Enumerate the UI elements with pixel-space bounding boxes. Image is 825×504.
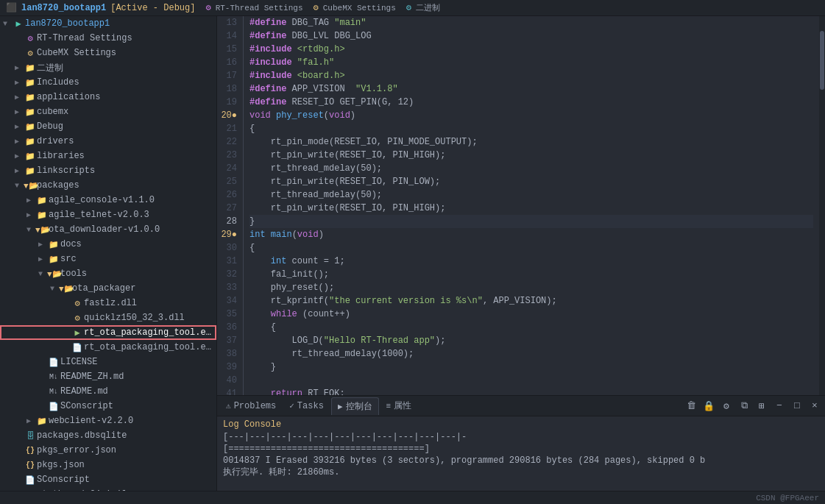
code-line-19: #define RESET_IO GET_PIN(G, 12)	[249, 96, 813, 109]
clear-icon[interactable]: 🗑	[684, 399, 698, 414]
panel-tab-tasks[interactable]: ✓Tasks	[283, 397, 330, 415]
token-pp: #include	[249, 57, 292, 68]
sidebar-item-binary[interactable]: ▶📁二进制	[0, 60, 216, 75]
panel-tab-console[interactable]: ▶控制台	[331, 397, 379, 415]
maximize-icon[interactable]: □	[790, 399, 804, 414]
tree-icon-file: 📄	[24, 475, 37, 485]
sidebar-item-ota-downloader[interactable]: ▼▼📂ota_downloader-v1.0.0	[0, 222, 216, 237]
line-number-34: 34	[220, 294, 237, 308]
sidebar-item-libraries-folder[interactable]: ▶📁libraries	[0, 149, 216, 163]
sidebar-item-pkgs-error-json[interactable]: {}pkgs_error.json	[0, 443, 216, 458]
token-plain: rt_kprintf(	[249, 296, 329, 306]
line-number-19: 19	[220, 96, 237, 109]
line-number-24: 24	[220, 162, 237, 175]
sidebar-item-readme-file[interactable]: M↓README.md	[0, 384, 216, 399]
token-plain: APP_VISION	[286, 84, 355, 94]
line-number-17: 17	[220, 69, 237, 82]
line-number-20: 20●	[220, 109, 237, 122]
binary-label: 二进制	[416, 2, 440, 13]
sidebar-item-packages-db[interactable]: 🗄packages.dbsqlite	[0, 428, 216, 443]
token-fn: phy_reset	[276, 110, 324, 121]
token-plain: }	[249, 216, 255, 227]
code-content[interactable]: #define DBG_TAG "main"#define DBG_LVL DB…	[244, 16, 819, 395]
sidebar-item-debug-folder[interactable]: ▶📁Debug	[0, 119, 216, 134]
sidebar-item-project-root[interactable]: ▼▶lan8720_bootapp1	[0, 16, 216, 31]
tree-icon-folder: 📁	[24, 166, 37, 176]
panel-tab-label-properties: 属性	[394, 400, 411, 412]
sidebar-item-cubemx-folder[interactable]: ▶📁cubemx	[0, 104, 216, 119]
tree-arrow-ota-downloader: ▼	[26, 226, 35, 234]
tree-icon-file: 📄	[47, 358, 60, 367]
lock-icon[interactable]: 🔒	[701, 399, 716, 414]
sidebar-item-license-file[interactable]: 📄LICENSE	[0, 355, 216, 369]
sidebar-item-rt-thread-settings[interactable]: ⚙RT-Thread Settings	[0, 31, 216, 46]
tree-icon-db: 🗄	[24, 431, 37, 441]
panel-tab-problems[interactable]: ⚠Problems	[220, 397, 282, 415]
tree-arrow-libraries-folder: ▶	[15, 152, 24, 160]
copy-icon[interactable]: ⧉	[737, 399, 751, 414]
sidebar-item-pkgs-json[interactable]: {}pkgs.json	[0, 458, 216, 472]
tree-icon-folder: ▼📂	[24, 181, 37, 191]
token-plain: RESET_IO GET_PIN(G, 12)	[286, 97, 414, 107]
tree-arrow-applications: ▶	[15, 93, 24, 102]
token-plain	[249, 388, 271, 395]
cubemx-label: CubeMX Settings	[323, 4, 396, 13]
sidebar-item-linkscripts-folder[interactable]: ▶📁linkscripts	[0, 163, 216, 178]
panel-tab-icon-console: ▶	[338, 402, 343, 411]
sidebar-item-tools-folder[interactable]: ▼▼📂tools	[0, 266, 216, 281]
tree-arrow-docs-folder: ▶	[38, 240, 47, 249]
token-plain: rt_thread_mdelay(50);	[249, 163, 382, 174]
panel-tab-properties[interactable]: ≡属性	[380, 397, 418, 415]
tree-icon-folder: 📁	[24, 78, 37, 88]
tree-arrow-agile-console: ▶	[26, 196, 35, 205]
project-name: lan8720_bootapp1	[21, 3, 106, 13]
filter-icon[interactable]: ⚙	[719, 399, 734, 414]
minimize-icon[interactable]: −	[772, 399, 787, 414]
token-kw: void	[249, 110, 271, 121]
sidebar-item-agile-console[interactable]: ▶📁agile_console-v1.1.0	[0, 193, 216, 207]
token-str: "main"	[334, 18, 366, 28]
code-line-31: int count = 1;	[249, 255, 813, 268]
line-number-22: 22	[220, 135, 237, 149]
sidebar-item-ota-packager-folder[interactable]: ▼▼📂ota_packager	[0, 281, 216, 296]
editor-scrollbar-thumb[interactable]	[820, 31, 824, 90]
editor-scrollbar[interactable]	[819, 16, 825, 395]
sidebar-item-sconscript-root[interactable]: 📄SConscript	[0, 472, 216, 487]
split-icon[interactable]: ⊞	[754, 399, 769, 414]
tree-label-applications: applications	[37, 92, 213, 102]
token-plain: phy_reset();	[249, 283, 334, 293]
sidebar-item-readme-zh-file[interactable]: M↓README_ZH.md	[0, 369, 216, 384]
tree-icon-folder: 📁	[24, 93, 37, 102]
tree-icon-md: M↓	[47, 388, 60, 396]
close-icon[interactable]: ×	[807, 399, 822, 414]
log-line-3: 执行完毕. 耗时: 21860ms.	[223, 466, 819, 478]
line-number-25: 25	[220, 175, 237, 188]
sidebar-item-cubemx-settings[interactable]: ⚙CubeMX Settings	[0, 46, 216, 60]
tree-arrow-linkscripts-folder: ▶	[15, 166, 24, 175]
sidebar-item-webclient-folder[interactable]: ▶📁webclient-v2.2.0	[0, 414, 216, 428]
tree-label-debug-folder: Debug	[37, 121, 213, 132]
panel-actions: 🗑🔒⚙⧉⊞−□×	[684, 399, 822, 414]
sidebar-item-sconscript-ota[interactable]: 📄SConscript	[0, 399, 216, 414]
sidebar-item-rt-ota-tool-exe[interactable]: ▶rt_ota_packaging_tool.exe	[0, 325, 216, 340]
tree-arrow-binary: ▶	[15, 63, 24, 72]
token-pp: #define	[249, 84, 286, 94]
sidebar-item-includes[interactable]: ▶📁Includes	[0, 75, 216, 90]
code-line-23: rt_pin_write(RESET_IO, PIN_HIGH);	[249, 149, 813, 162]
token-kw2: int	[249, 230, 266, 240]
sidebar-item-packages-folder[interactable]: ▼▼📂packages	[0, 178, 216, 193]
log-console[interactable]: Log Console[---|---|---|---|---|---|---|…	[217, 416, 825, 491]
line-number-38: 38	[220, 347, 237, 361]
sidebar-item-src-folder[interactable]: ▶📁src	[0, 252, 216, 266]
token-plain	[292, 71, 297, 81]
sidebar-item-fastlz-dll[interactable]: ⚙fastlz.dll	[0, 296, 216, 310]
sidebar-item-drivers-folder[interactable]: ▶📁drivers	[0, 134, 216, 149]
sidebar-item-applications[interactable]: ▶📁applications	[0, 90, 216, 104]
tree-label-quicklz-dll: quicklz150_32_3.dll	[84, 313, 213, 323]
tree-icon-json: {}	[24, 461, 37, 469]
sidebar-item-agile-telnet[interactable]: ▶📁agile_telnet-v2.0.3	[0, 207, 216, 222]
code-line-30: {	[249, 241, 813, 255]
sidebar-item-docs-folder[interactable]: ▶📁docs	[0, 237, 216, 252]
sidebar-item-rt-ota-tool-con[interactable]: 📄rt_ota_packaging_tool.exe.con	[0, 340, 216, 355]
sidebar-item-quicklz-dll[interactable]: ⚙quicklz150_32_3.dll	[0, 310, 216, 325]
